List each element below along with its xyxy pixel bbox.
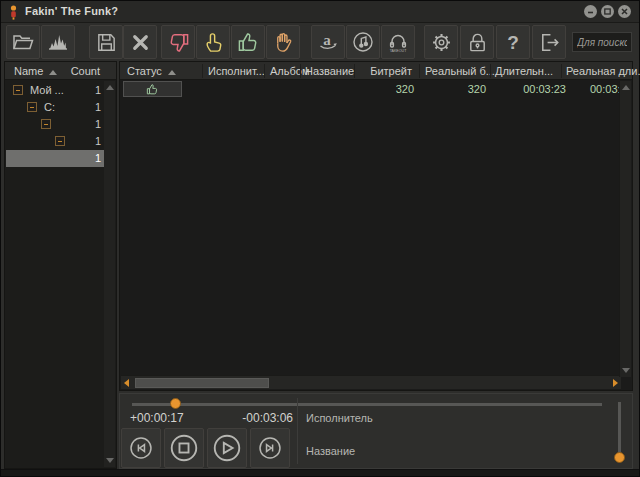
- status-cell[interactable]: [123, 81, 182, 97]
- collapse-icon[interactable]: [55, 136, 65, 146]
- tree-item-level3[interactable]: 1: [6, 116, 107, 133]
- open-folder-button[interactable]: [6, 25, 40, 59]
- play-button[interactable]: [207, 428, 247, 468]
- delete-button[interactable]: [123, 25, 157, 59]
- folder-icon: [11, 30, 35, 54]
- mark-fake-button[interactable]: [161, 25, 195, 59]
- spectrum-button[interactable]: [41, 25, 75, 59]
- play-icon: [211, 432, 243, 464]
- help-button[interactable]: ?: [496, 25, 530, 59]
- tree-item-selected[interactable]: 1: [6, 150, 107, 167]
- close-button[interactable]: [618, 5, 631, 18]
- track-title-label: Название: [306, 445, 355, 457]
- x-icon: [129, 31, 152, 54]
- next-button[interactable]: [250, 428, 290, 468]
- stop-button[interactable]: [164, 428, 204, 468]
- tree-item-level4[interactable]: 1: [6, 133, 107, 150]
- skip-next-icon: [257, 435, 283, 461]
- elapsed-time: +00:00:17: [130, 411, 184, 425]
- hand-icon: [272, 31, 295, 54]
- tree-item-drive-c[interactable]: C: 1: [6, 99, 107, 116]
- remaining-time: -00:03:06: [215, 411, 293, 425]
- scroll-left-icon[interactable]: [124, 379, 129, 387]
- column-status[interactable]: Статус: [127, 65, 176, 77]
- save-icon: [95, 31, 118, 54]
- window-title: Fakin' The Funk?: [25, 5, 118, 17]
- mark-good-button[interactable]: [231, 25, 265, 59]
- takeout-button[interactable]: TAKEOUT: [381, 25, 415, 59]
- column-artist[interactable]: Исполнит...: [208, 65, 265, 77]
- tree-scrollbar[interactable]: [104, 81, 115, 467]
- tree-item-my-computer[interactable]: Мой ... 1: [6, 82, 107, 99]
- mark-manual-button[interactable]: [266, 25, 300, 59]
- column-album[interactable]: Альбом: [270, 65, 309, 77]
- stop-icon: [168, 432, 200, 464]
- itunes-button[interactable]: [346, 25, 380, 59]
- scroll-down-icon[interactable]: [622, 368, 630, 373]
- seek-slider-knob[interactable]: [170, 398, 181, 409]
- player-divider: [297, 398, 298, 464]
- tree-column-name[interactable]: Name: [14, 65, 57, 77]
- amazon-icon: a: [316, 30, 340, 54]
- collapse-icon[interactable]: [13, 85, 23, 95]
- music-note-icon: [351, 30, 375, 54]
- lock-button[interactable]: [460, 25, 494, 59]
- real-bitrate-value: 320: [468, 83, 486, 95]
- mark-suspicious-button[interactable]: [196, 25, 230, 59]
- window-bottom-edge: [1, 469, 639, 476]
- duration-value: 00:03:23: [523, 83, 566, 95]
- minimize-button[interactable]: [584, 5, 597, 18]
- question-icon: ?: [507, 33, 519, 52]
- exit-icon: [538, 31, 561, 54]
- scroll-down-icon[interactable]: [106, 458, 114, 463]
- artist-label: Исполнитель: [306, 412, 373, 424]
- tree-column-count[interactable]: Count: [71, 65, 100, 77]
- thumbs-up-icon: [146, 83, 159, 96]
- bitrate-value: 320: [396, 83, 414, 95]
- lock-icon: [466, 31, 489, 54]
- folder-tree-panel: Name Count Мой ... 1 C: 1 1 1 1: [4, 61, 117, 469]
- player-panel: +00:00:17 -00:03:06 Исполнитель Название: [119, 393, 633, 469]
- sort-asc-icon: [49, 70, 57, 75]
- amazon-button[interactable]: a: [311, 25, 345, 59]
- maximize-button[interactable]: [601, 5, 614, 18]
- thumbs-down-icon: [167, 31, 190, 54]
- column-title[interactable]: Название: [305, 65, 354, 77]
- gear-icon: [430, 31, 453, 54]
- title-bar: Fakin' The Funk?: [1, 1, 639, 23]
- sort-asc-icon: [168, 70, 176, 75]
- headphones-icon: TAKEOUT: [385, 30, 411, 54]
- skip-previous-icon: [128, 435, 154, 461]
- volume-slider-knob[interactable]: [614, 452, 625, 463]
- exit-button[interactable]: [532, 25, 566, 59]
- search-input[interactable]: [572, 32, 632, 52]
- app-window: Fakin' The Funk?: [0, 0, 640, 477]
- previous-button[interactable]: [121, 428, 161, 468]
- settings-button[interactable]: [424, 25, 458, 59]
- app-icon: [9, 5, 18, 20]
- column-real-duration[interactable]: Реальная дли...: [566, 65, 640, 77]
- column-real-bitrate[interactable]: Реальный б...: [425, 65, 495, 77]
- scroll-up-icon[interactable]: [622, 85, 630, 90]
- spectrum-icon: [46, 30, 70, 54]
- collapse-icon[interactable]: [27, 102, 37, 112]
- thumbs-up-icon: [237, 31, 260, 54]
- track-table-panel: Статус Исполнит... Альбом Название Битре…: [119, 61, 633, 391]
- table-vertical-scrollbar[interactable]: [619, 81, 631, 377]
- scroll-up-icon[interactable]: [106, 85, 114, 90]
- save-button[interactable]: [89, 25, 123, 59]
- seek-slider[interactable]: [132, 403, 602, 406]
- scrollbar-thumb[interactable]: [135, 378, 269, 388]
- collapse-icon[interactable]: [41, 119, 51, 129]
- table-horizontal-scrollbar[interactable]: [121, 375, 621, 389]
- table-header: Статус Исполнит... Альбом Название Битре…: [120, 62, 632, 80]
- scroll-right-icon[interactable]: [613, 379, 618, 387]
- table-row[interactable]: 320 320 00:03:23 00:03:2: [120, 81, 632, 98]
- column-duration[interactable]: Длительн...: [495, 65, 553, 77]
- column-bitrate[interactable]: Битрейт: [370, 65, 412, 77]
- tree-header: Name Count: [5, 62, 116, 80]
- svg-text:TAKEOUT: TAKEOUT: [390, 49, 408, 53]
- svg-text:a: a: [323, 32, 331, 48]
- toolbar: a TAKEOUT: [1, 23, 639, 61]
- pointing-finger-icon: [202, 31, 225, 54]
